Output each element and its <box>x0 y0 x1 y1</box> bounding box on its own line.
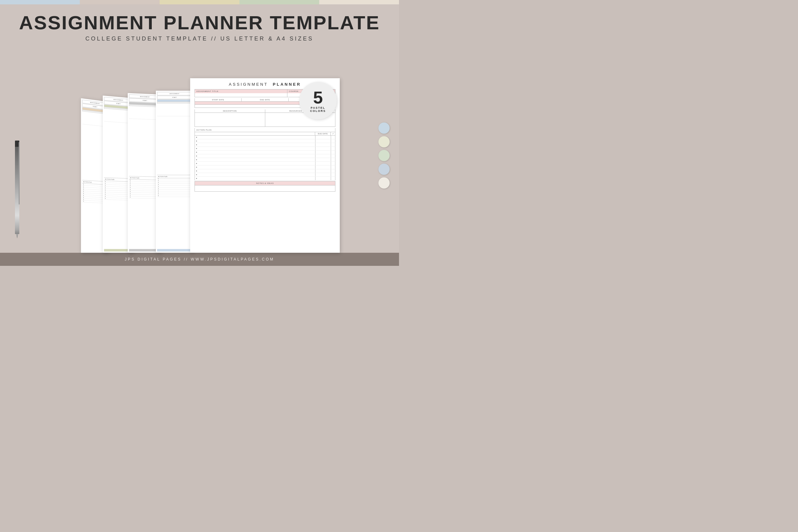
action-items-list <box>194 136 336 180</box>
action-dot-5 <box>196 152 197 153</box>
action-dot-10 <box>196 170 197 171</box>
pen-tip <box>16 234 18 239</box>
main-title: ASSIGNMENT PLANNER TEMPLATE <box>19 13 380 33</box>
pen-clip <box>19 142 20 205</box>
swatches-container <box>378 122 390 189</box>
action-item-5 <box>194 151 336 154</box>
color-seg-5 <box>159 0 200 4</box>
top-color-bar <box>0 0 399 4</box>
badge-text-line1: PASTEL <box>311 106 325 109</box>
badge-text-line2: COLORS <box>310 109 326 113</box>
action-dot-4 <box>196 148 197 149</box>
action-col-task <box>195 132 315 135</box>
footer: JPS DIGITAL PAGES // WWW.JPSDIGITALPAGES… <box>0 253 399 266</box>
action-dot-7 <box>196 159 197 160</box>
description-label: DESCRIPTION <box>195 109 265 113</box>
swatch-green <box>378 150 390 161</box>
notes-header: NOTES & IDEAS <box>194 181 336 186</box>
pages-area: ASSIGNMENT START ACTION PLA <box>0 44 399 253</box>
swatch-yellow <box>378 136 390 147</box>
assignment-title-label: ASSIGNMENT TITLE: <box>195 90 287 93</box>
swatch-cream <box>378 177 390 189</box>
action-dot-11 <box>196 174 197 175</box>
color-seg-3 <box>80 0 120 4</box>
action-item-2 <box>194 139 336 143</box>
pen-container <box>15 140 19 234</box>
action-dot-2 <box>196 140 197 141</box>
action-item-10 <box>194 169 336 173</box>
action-dot-6 <box>196 155 197 156</box>
action-plan-header: ACTION PLAN <box>194 128 336 132</box>
action-plan-label: ACTION PLAN <box>196 129 212 131</box>
action-dot-12 <box>196 178 197 179</box>
action-item-8 <box>194 162 336 166</box>
color-seg-4 <box>120 0 159 4</box>
action-dot-9 <box>196 167 197 168</box>
action-item-11 <box>194 173 336 177</box>
assignment-word: ASSIGNMENT <box>229 82 268 87</box>
action-item-4 <box>194 147 336 151</box>
action-col-due: DUE DATE <box>315 132 331 135</box>
mini-assignment-label-4: ASSIGNMENT <box>157 92 192 95</box>
color-seg-9 <box>319 0 359 4</box>
swatch-steel-blue <box>378 164 390 175</box>
mini-action-4: ACTION PLAN <box>157 175 192 178</box>
action-item-12 <box>194 177 336 180</box>
color-seg-2 <box>40 0 80 4</box>
color-seg-1 <box>0 0 40 4</box>
pen <box>15 140 19 234</box>
action-col-check: ✓ <box>331 132 335 135</box>
color-seg-10 <box>359 0 399 4</box>
mini-action-rows-4 <box>157 178 192 249</box>
description-body <box>195 113 265 127</box>
sub-title: COLLEGE STUDENT TEMPLATE // US LETTER & … <box>19 36 380 42</box>
mini-page-4: ASSIGNMENT START ACTION PLAN <box>156 91 193 253</box>
color-seg-7 <box>240 0 279 4</box>
footer-text: JPS DIGITAL PAGES // WWW.JPSDIGITALPAGES… <box>125 257 274 262</box>
action-col-headers: DUE DATE ✓ <box>194 132 336 136</box>
mini-rows-4 <box>157 104 192 175</box>
planner-word: PLANNER <box>273 82 301 87</box>
mini-color-4 <box>157 99 192 102</box>
action-item-9 <box>194 166 336 169</box>
action-item-1 <box>194 136 336 139</box>
title-section: ASSIGNMENT PLANNER TEMPLATE COLLEGE STUD… <box>13 4 386 44</box>
swatch-blue <box>378 122 390 134</box>
due-date-label: DUE DATE <box>242 98 288 101</box>
color-seg-8 <box>279 0 319 4</box>
action-item-7 <box>194 158 336 162</box>
notes-body <box>194 186 336 192</box>
badge-number: 5 <box>313 89 323 106</box>
action-item-6 <box>194 154 336 158</box>
bg-area: ASSIGNMENT PLANNER TEMPLATE COLLEGE STUD… <box>0 4 399 253</box>
color-seg-6 <box>200 0 240 4</box>
color-badge-container: 5 PASTEL COLORS <box>299 82 337 119</box>
action-item-3 <box>194 143 336 147</box>
action-dot-3 <box>196 144 197 145</box>
color-badge-circle: 5 PASTEL COLORS <box>299 82 337 119</box>
assignment-title-value <box>195 93 287 97</box>
mini-bottom-color-4 <box>157 249 192 251</box>
action-dot-1 <box>196 137 197 138</box>
action-dot-8 <box>196 163 197 164</box>
start-date-label: START DATE <box>195 98 242 101</box>
mini-start-label-4: START <box>157 96 192 99</box>
main-container: ASSIGNMENT PLANNER TEMPLATE COLLEGE STUD… <box>0 0 399 266</box>
